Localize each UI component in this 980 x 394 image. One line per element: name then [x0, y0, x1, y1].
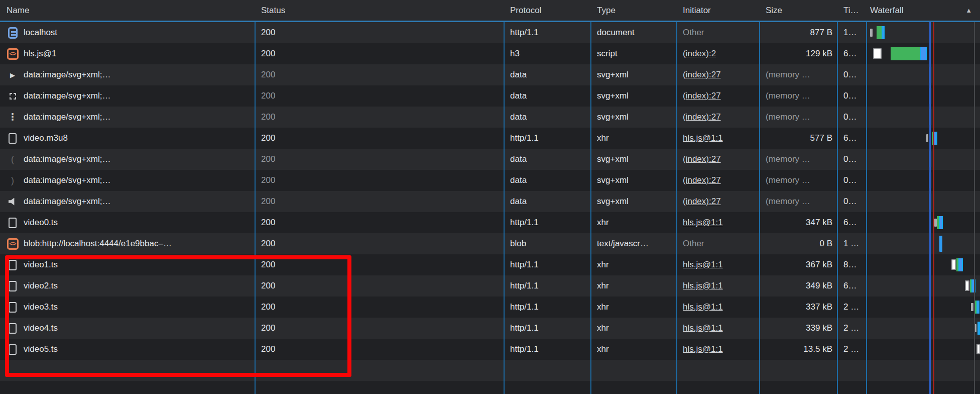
waterfall-bar-blue	[939, 216, 943, 229]
waterfall-bar-green	[891, 47, 920, 60]
request-name: data:image/svg+xml;…	[0, 107, 255, 128]
initiator-link[interactable]: hls.js@1:1	[683, 218, 723, 227]
request-time: 6…	[837, 128, 866, 149]
request-initiator: hls.js@1:1	[676, 275, 759, 297]
request-size: (memory …	[759, 85, 837, 107]
initiator-link[interactable]: (index):27	[683, 175, 721, 185]
request-protocol: data	[504, 85, 590, 107]
initiator-link[interactable]: (index):2	[683, 49, 716, 58]
column-header-name[interactable]: Name	[0, 0, 255, 21]
column-header-time[interactable]: Ti…	[837, 0, 866, 21]
request-status: 200	[255, 212, 504, 233]
request-status: 200	[255, 107, 504, 128]
initiator-link[interactable]: hls.js@1:1	[683, 344, 723, 354]
request-time: 0…	[837, 85, 866, 107]
request-time: 2 …	[837, 339, 866, 360]
request-initiator: (index):27	[676, 64, 759, 85]
column-header-type[interactable]: Type	[590, 0, 676, 21]
request-size: 337 kB	[759, 297, 837, 318]
request-row[interactable]: ▶ data:image/svg+xml;… 200 data svg+xml …	[0, 64, 980, 85]
red-annotation-rectangle	[5, 255, 351, 377]
request-row[interactable]: video0.ts 200 http/1.1 xhr hls.js@1:1 34…	[0, 212, 980, 233]
request-protocol: data	[504, 64, 590, 85]
column-header-initiator[interactable]: Initiator	[676, 0, 759, 21]
request-type: svg+xml	[590, 64, 676, 85]
request-type: xhr	[590, 212, 676, 233]
request-initiator: hls.js@1:1	[676, 128, 759, 149]
request-row[interactable]: data:image/svg+xml;… 200 data svg+xml (i…	[0, 191, 980, 212]
request-initiator: hls.js@1:1	[676, 318, 759, 339]
request-status: 200	[255, 64, 504, 85]
request-row[interactable]: <> hls.js@1 200 h3 script (index):2 129 …	[0, 43, 980, 64]
column-header-waterfall[interactable]: Waterfall▲	[866, 0, 980, 21]
request-name: data:image/svg+xml;…	[0, 149, 255, 170]
request-protocol: http/1.1	[504, 128, 590, 149]
network-table-header: NameStatusProtocolTypeInitiatorSizeTi…Wa…	[0, 0, 980, 22]
initiator-text: Other	[683, 239, 704, 248]
request-initiator: (index):27	[676, 85, 759, 107]
waterfall-bar-blue	[958, 258, 963, 271]
waterfall-bar-tick	[926, 134, 928, 142]
request-name: data:image/svg+xml;…	[0, 85, 255, 107]
request-time: 1 …	[837, 233, 866, 254]
request-type: svg+xml	[590, 191, 676, 212]
request-protocol: data	[504, 149, 590, 170]
request-protocol: http/1.1	[504, 22, 590, 43]
request-waterfall	[866, 275, 980, 297]
request-protocol: http/1.1	[504, 297, 590, 318]
sort-ascending-icon: ▲	[965, 0, 972, 21]
request-initiator: hls.js@1:1	[676, 339, 759, 360]
initiator-text: Other	[683, 28, 704, 37]
request-name: data:image/svg+xml;…	[0, 191, 255, 212]
dom-content-loaded-line	[929, 22, 931, 394]
request-row[interactable]: data:image/svg+xml;… 200 data svg+xml (i…	[0, 85, 980, 107]
request-initiator: Other	[676, 22, 759, 43]
request-type: xhr	[590, 128, 676, 149]
request-size: (memory …	[759, 191, 837, 212]
request-row[interactable]: ⋮ data:image/svg+xml;… 200 data svg+xml …	[0, 107, 980, 128]
initiator-link[interactable]: (index):27	[683, 196, 721, 206]
request-row[interactable]: ) data:image/svg+xml;… 200 data svg+xml …	[0, 170, 980, 191]
request-type: svg+xml	[590, 85, 676, 107]
request-initiator: (index):27	[676, 191, 759, 212]
request-protocol: blob	[504, 233, 590, 254]
initiator-link[interactable]: hls.js@1:1	[683, 260, 723, 269]
request-time: 6…	[837, 43, 866, 64]
initiator-link[interactable]: hls.js@1:1	[683, 302, 723, 312]
initiator-link[interactable]: hls.js@1:1	[683, 323, 723, 333]
initiator-link[interactable]: (index):27	[683, 91, 721, 101]
request-row[interactable]: ( data:image/svg+xml;… 200 data svg+xml …	[0, 149, 980, 170]
initiator-link[interactable]: hls.js@1:1	[683, 281, 723, 290]
request-waterfall	[866, 22, 980, 43]
waterfall-gridline	[974, 22, 975, 394]
request-size: 367 kB	[759, 254, 837, 275]
request-waterfall	[866, 233, 980, 254]
request-row[interactable]: video.m3u8 200 http/1.1 xhr hls.js@1:1 5…	[0, 128, 980, 149]
column-header-size[interactable]: Size	[759, 0, 837, 21]
column-header-status[interactable]: Status	[255, 0, 504, 21]
request-protocol: data	[504, 107, 590, 128]
request-row[interactable]: <> blob:http://localhost:4444/e1e9bbac–……	[0, 233, 980, 254]
initiator-link[interactable]: (index):27	[683, 112, 721, 122]
request-type: svg+xml	[590, 107, 676, 128]
initiator-link[interactable]: (index):27	[683, 154, 721, 164]
request-status: 200	[255, 128, 504, 149]
request-waterfall	[866, 212, 980, 233]
waterfall-bar-blue	[976, 301, 979, 314]
request-row[interactable]: localhost 200 http/1.1 document Other 87…	[0, 22, 980, 43]
request-name: video0.ts	[0, 212, 255, 233]
waterfall-bar-tick	[870, 29, 873, 37]
request-type: text/javascr…	[590, 233, 676, 254]
request-size: 877 B	[759, 22, 837, 43]
request-status: 200	[255, 85, 504, 107]
initiator-link[interactable]: hls.js@1:1	[683, 133, 723, 143]
request-waterfall	[866, 64, 980, 85]
request-protocol: http/1.1	[504, 275, 590, 297]
request-size: 577 B	[759, 128, 837, 149]
request-protocol: http/1.1	[504, 212, 590, 233]
column-header-protocol[interactable]: Protocol	[504, 0, 590, 21]
initiator-link[interactable]: (index):27	[683, 70, 721, 79]
request-name: data:image/svg+xml;…	[0, 170, 255, 191]
waterfall-bar-tick	[971, 303, 973, 311]
request-size: 0 B	[759, 233, 837, 254]
